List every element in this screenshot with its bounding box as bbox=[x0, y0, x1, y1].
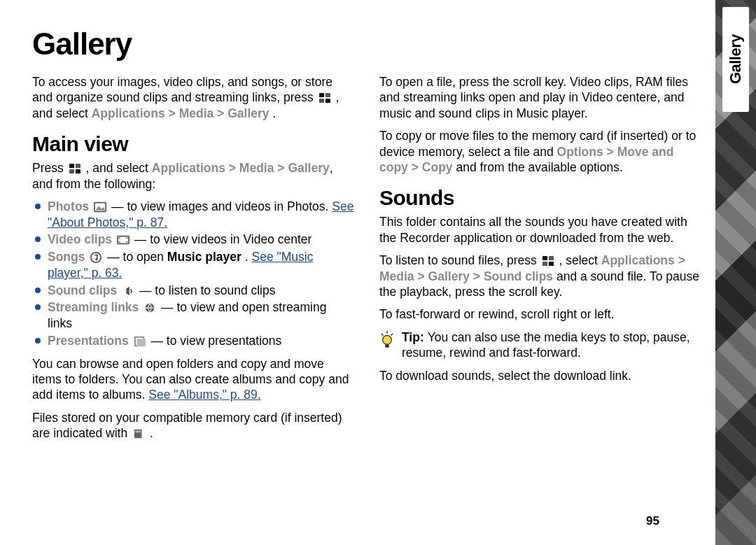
mainview-heading: Main view bbox=[32, 132, 354, 156]
sounds-p1: This folder contains all the sounds you … bbox=[379, 214, 701, 246]
list-item: Photos — to view images and videos in Ph… bbox=[32, 199, 354, 231]
side-tab: Gallery bbox=[715, 0, 756, 545]
page-number: 95 bbox=[646, 514, 659, 528]
col2-p1: To open a file, press the scroll key. Vi… bbox=[379, 74, 701, 121]
lightbulb-icon bbox=[379, 331, 395, 349]
svg-rect-25 bbox=[548, 256, 553, 260]
svg-rect-4 bbox=[69, 164, 74, 168]
mainview-list: Photos — to view images and videos in Ph… bbox=[32, 199, 354, 349]
sound-clips-icon bbox=[122, 285, 134, 296]
side-tab-label: Gallery bbox=[727, 34, 745, 84]
intro-paragraph: To access your images, video clips, and … bbox=[32, 74, 354, 121]
svg-rect-0 bbox=[319, 93, 324, 97]
mainview-p2: You can browse and open folders and copy… bbox=[32, 356, 354, 403]
list-item: Presentations — to view presentations bbox=[32, 333, 354, 349]
svg-rect-23 bbox=[139, 431, 141, 433]
two-columns: To access your images, video clips, and … bbox=[32, 74, 701, 522]
list-item: Video clips — to view videos in Video ce… bbox=[32, 232, 354, 248]
list-item: Songs — to open Music player . See "Musi… bbox=[32, 249, 354, 281]
page: Gallery To access your images, video cli… bbox=[0, 0, 715, 545]
intro-dot: . bbox=[272, 106, 276, 120]
streaming-links-icon bbox=[144, 302, 156, 313]
tip-text: Tip: You can also use the media keys to … bbox=[402, 330, 701, 362]
mainview-p1: Press , and select Applications > Media … bbox=[32, 160, 354, 192]
svg-rect-24 bbox=[542, 256, 547, 260]
svg-rect-12 bbox=[119, 241, 120, 243]
list-item: Streaming links — to view and open strea… bbox=[32, 299, 354, 332]
svg-line-29 bbox=[382, 333, 384, 335]
intro-pre: To access your images, video clips, and … bbox=[32, 75, 332, 104]
col2-p2: To copy or move files to the memory card… bbox=[379, 128, 701, 175]
svg-rect-27 bbox=[548, 262, 553, 266]
sounds-p3: To fast-forward or rewind, scroll right … bbox=[379, 306, 701, 322]
memory-card-icon bbox=[132, 427, 145, 439]
svg-rect-14 bbox=[126, 241, 127, 243]
mainview-p3: Files stored on your compatible memory c… bbox=[32, 410, 354, 441]
svg-rect-11 bbox=[119, 238, 120, 239]
svg-rect-6 bbox=[69, 169, 74, 174]
video-clips-icon bbox=[117, 234, 130, 245]
svg-rect-32 bbox=[385, 344, 388, 348]
side-tab-strip: Gallery bbox=[722, 7, 749, 112]
page-title: Gallery bbox=[32, 27, 701, 62]
tip-box: Tip: You can also use the media keys to … bbox=[379, 330, 701, 362]
svg-rect-10 bbox=[118, 236, 129, 244]
intro-nav3: Gallery bbox=[227, 106, 269, 120]
presentations-icon bbox=[134, 335, 146, 346]
menu-key-icon bbox=[69, 162, 81, 174]
svg-rect-2 bbox=[319, 99, 324, 103]
svg-rect-7 bbox=[75, 169, 80, 174]
svg-rect-5 bbox=[75, 164, 80, 168]
sounds-p4: To download sounds, select the download … bbox=[379, 368, 701, 383]
svg-point-31 bbox=[383, 335, 392, 344]
svg-rect-13 bbox=[126, 238, 127, 239]
svg-rect-26 bbox=[542, 262, 547, 266]
svg-rect-3 bbox=[326, 99, 330, 103]
svg-point-16 bbox=[95, 258, 98, 261]
menu-key-icon bbox=[318, 92, 331, 103]
svg-rect-21 bbox=[136, 431, 137, 433]
link-albums[interactable]: See "Albums," p. 89. bbox=[148, 388, 260, 402]
svg-rect-22 bbox=[137, 431, 139, 433]
sounds-heading: Sounds bbox=[379, 186, 701, 210]
svg-rect-1 bbox=[326, 93, 330, 97]
intro-nav1: Applications bbox=[92, 106, 165, 120]
svg-rect-19 bbox=[136, 339, 145, 346]
sounds-p2: To listen to sound files, press , select… bbox=[379, 253, 701, 299]
svg-line-30 bbox=[391, 333, 393, 335]
svg-marker-9 bbox=[96, 206, 106, 210]
menu-key-icon bbox=[542, 255, 554, 266]
svg-point-15 bbox=[91, 253, 101, 262]
list-item: Sound clips — to listen to sound clips bbox=[32, 283, 354, 299]
intro-nav2: Media bbox=[179, 106, 214, 120]
photos-icon bbox=[94, 201, 106, 212]
songs-icon bbox=[90, 251, 102, 262]
